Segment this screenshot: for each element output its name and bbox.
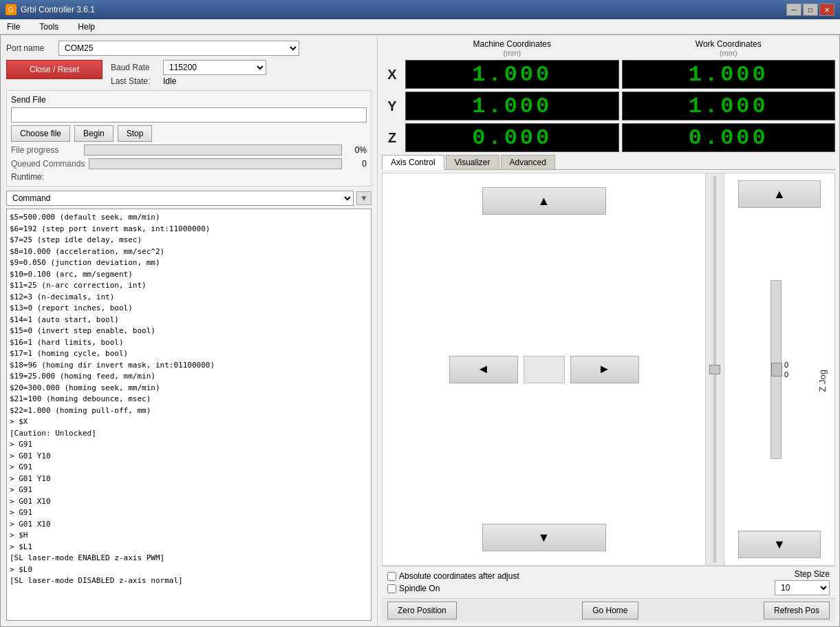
z-values: 0 0 — [784, 361, 788, 379]
window-controls: ─ □ ✕ — [786, 3, 834, 16]
work-x-value: 1.000 — [689, 62, 768, 87]
machine-y-display: 1.000 — [405, 92, 619, 120]
tab-advanced[interactable]: Advanced — [501, 155, 555, 169]
menu-file[interactable]: File — [3, 21, 24, 33]
last-state-value: Idle — [163, 76, 176, 86]
menu-help[interactable]: Help — [74, 21, 99, 33]
tabs-container: Axis Control Visualizer Advanced — [382, 155, 835, 170]
jog-x-plus-button[interactable]: ► — [570, 356, 639, 383]
choose-file-button[interactable]: Choose file — [11, 125, 70, 142]
baud-section: Baud Rate 115200 Last State: Idle — [111, 60, 266, 86]
close-button[interactable]: ✕ — [819, 3, 834, 16]
close-reset-button[interactable]: Close / Reset — [6, 60, 103, 79]
step-size-select[interactable]: 1 5 10 25 50 100 — [775, 580, 830, 595]
work-z-display: 0.000 — [622, 123, 836, 152]
work-y-value: 1.000 — [689, 94, 768, 119]
queued-bar — [89, 158, 342, 169]
tab-axis-control[interactable]: Axis Control — [382, 155, 444, 170]
jog-z-plus-button[interactable]: ▲ — [738, 180, 821, 208]
work-y-display: 1.000 — [622, 92, 836, 120]
coords-section: Machine Coordinates (mm) Work Coordinate… — [382, 39, 835, 152]
abs-coords-checkbox[interactable] — [387, 572, 396, 581]
command-dropdown[interactable]: Command — [6, 191, 354, 206]
work-x-display: 1.000 — [622, 60, 836, 89]
port-row: Port name COM25 — [6, 41, 371, 56]
z-slider-section: 0 0 Z Jog — [771, 208, 788, 531]
machine-unit: (mm) — [503, 49, 521, 57]
work-unit: (mm) — [720, 49, 737, 57]
stop-button[interactable]: Stop — [118, 125, 153, 142]
baud-select[interactable]: 115200 — [163, 60, 266, 75]
machine-y-value: 1.000 — [472, 94, 552, 119]
xy-slider — [705, 173, 724, 565]
jog-y-minus-button[interactable]: ▼ — [482, 524, 606, 551]
z-jog-label: Z Jog — [817, 370, 828, 392]
z-val2: 0 — [784, 370, 788, 379]
tab-visualizer[interactable]: Visualizer — [446, 155, 499, 169]
runtime-label: Runtime: — [11, 172, 59, 182]
command-dropdown-arrow[interactable]: ▼ — [356, 191, 371, 205]
jog-panel: ▲ ◄ ► ▼ — [382, 173, 835, 566]
step-size-label: Step Size — [795, 569, 830, 579]
right-panel: Machine Coordinates (mm) Work Coordinate… — [378, 35, 839, 626]
left-panel: Port name COM25 Close / Reset Baud Rate … — [1, 35, 378, 626]
bottom-buttons: Zero Position Go Home Refresh Pos — [382, 598, 835, 622]
queued-label: Queued Commands — [11, 159, 85, 169]
file-progress-label: File progress — [11, 145, 80, 155]
bottom-options: Absolute coordinates after adjust Spindl… — [382, 566, 835, 598]
go-home-button[interactable]: Go Home — [582, 602, 638, 619]
work-z-value: 0.000 — [689, 125, 768, 151]
xy-slider-thumb[interactable] — [709, 365, 720, 374]
window-title: Grbl Controller 3.6.1 — [21, 5, 95, 14]
machine-z-value: 0.000 — [472, 125, 552, 151]
spindle-row: Spindle On — [387, 584, 519, 593]
machine-x-value: 1.000 — [472, 62, 552, 87]
spindle-checkbox[interactable] — [387, 584, 396, 593]
spindle-label: Spindle On — [399, 584, 440, 593]
jog-center — [524, 356, 565, 383]
port-label: Port name — [6, 43, 54, 53]
abs-coords-label: Absolute coordinates after adjust — [399, 571, 519, 581]
queued-value: 0 — [346, 159, 367, 169]
xy-jog-area: ▲ ◄ ► ▼ — [383, 173, 705, 565]
last-state-label: Last State: — [111, 76, 159, 86]
z-jog-area: ▲ 0 0 Z Jog ▼ — [724, 173, 834, 565]
menu-tools[interactable]: Tools — [35, 21, 63, 33]
app-icon: G — [6, 4, 17, 15]
abs-coords-row: Absolute coordinates after adjust — [387, 571, 519, 581]
file-path-input[interactable] — [11, 107, 367, 123]
command-section: Command ▼ $5=500.000 (default seek, mm/m… — [6, 191, 371, 621]
minimize-button[interactable]: ─ — [786, 3, 801, 16]
z-val1: 0 — [784, 361, 788, 369]
step-size-area: Step Size 1 5 10 25 50 100 — [775, 569, 830, 595]
z-slider-thumb[interactable] — [771, 363, 782, 376]
jog-y-plus-button[interactable]: ▲ — [482, 187, 606, 215]
send-file-label: Send File — [11, 95, 367, 105]
machine-x-display: 1.000 — [405, 60, 619, 89]
work-coords-label: Work Coordinates — [696, 39, 762, 49]
machine-z-display: 0.000 — [405, 123, 619, 152]
zero-position-button[interactable]: Zero Position — [387, 602, 457, 619]
machine-coords-label: Machine Coordinates — [473, 39, 551, 49]
refresh-pos-button[interactable]: Refresh Pos — [764, 602, 830, 619]
y-axis-label: Y — [382, 92, 402, 120]
jog-x-minus-button[interactable]: ◄ — [449, 356, 518, 383]
maximize-button[interactable]: □ — [803, 3, 818, 16]
x-axis-label: X — [382, 60, 402, 89]
menu-bar: File Tools Help — [0, 19, 840, 34]
xy-slider-track — [713, 176, 716, 562]
z-axis-label: Z — [382, 123, 402, 152]
main-content: Port name COM25 Close / Reset Baud Rate … — [0, 34, 840, 627]
begin-button[interactable]: Begin — [74, 125, 114, 142]
z-slider-track — [771, 280, 782, 459]
baud-close-row: Close / Reset Baud Rate 115200 Last Stat… — [6, 60, 371, 86]
file-progress-pct: 0% — [346, 145, 367, 155]
log-area[interactable]: $5=500.000 (default seek, mm/min)$6=192 … — [6, 209, 371, 621]
file-progress-bar — [84, 145, 342, 156]
port-select[interactable]: COM25 — [58, 41, 299, 56]
jog-z-minus-button[interactable]: ▼ — [738, 531, 821, 558]
baud-label: Baud Rate — [111, 63, 159, 72]
title-bar: G Grbl Controller 3.6.1 ─ □ ✕ — [0, 0, 840, 19]
send-file-section: Send File Choose file Begin Stop File pr… — [6, 90, 371, 187]
